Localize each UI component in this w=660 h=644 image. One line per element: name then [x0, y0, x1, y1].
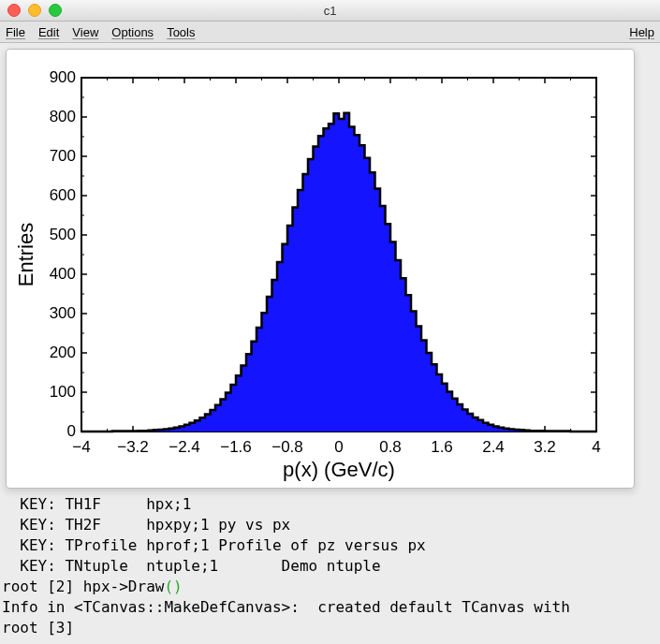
- ytick-label: 300: [50, 304, 76, 322]
- minimize-icon[interactable]: [28, 4, 41, 17]
- menu-edit[interactable]: Edit: [38, 25, 59, 39]
- xtick-label: −2.4: [169, 438, 200, 456]
- histogram-fill: [81, 113, 596, 432]
- ytick-label: 600: [50, 186, 76, 204]
- terminal-line: KEY: TNtuple ntuple;1 Demo ntuple: [2, 556, 658, 577]
- terminal-line: root [2] hpx->Draw(): [2, 577, 658, 597]
- xtick-label: 3.2: [534, 438, 556, 456]
- window-titlebar: c1: [0, 0, 660, 22]
- histogram-chart: 0100200300400500600700800900−4−3.2−2.4−1…: [7, 50, 634, 488]
- draw-paren: (): [164, 578, 182, 595]
- xtick-label: 4: [592, 438, 600, 456]
- menu-help[interactable]: Help: [629, 25, 654, 39]
- ytick-label: 900: [50, 68, 76, 86]
- xtick-label: 2.4: [482, 438, 505, 456]
- ytick-label: 700: [50, 147, 76, 165]
- menu-view[interactable]: View: [72, 25, 98, 39]
- xlabel: p(x) (GeV/c): [283, 458, 395, 481]
- xtick-label: −4: [72, 438, 90, 456]
- ylabel: Entries: [14, 223, 37, 286]
- terminal-line: KEY: TH2F hpxpy;1 py vs px: [2, 515, 658, 535]
- menu-file[interactable]: File: [6, 25, 25, 39]
- menu-tools[interactable]: Tools: [167, 25, 195, 39]
- zoom-icon[interactable]: [49, 4, 62, 17]
- ytick-label: 500: [50, 226, 76, 243]
- ytick-label: 400: [50, 265, 76, 283]
- terminal-output: KEY: TH1F hpx;1 KEY: TH2F hpxpy;1 py vs …: [2, 494, 658, 638]
- window-controls: [7, 4, 62, 17]
- ytick-label: 200: [50, 344, 76, 361]
- terminal-line: KEY: TH1F hpx;1: [2, 494, 658, 515]
- xtick-label: −3.2: [117, 438, 149, 456]
- menu-options[interactable]: Options: [111, 25, 154, 39]
- root-canvas[interactable]: 0100200300400500600700800900−4−3.2−2.4−1…: [6, 49, 635, 489]
- menubar: File Edit View Options Tools Help: [0, 22, 660, 43]
- terminal-line: KEY: TProfile hprof;1 Profile of pz vers…: [2, 535, 658, 556]
- ytick-label: 100: [50, 383, 76, 401]
- xtick-label: 0.8: [379, 438, 402, 456]
- xtick-label: 1.6: [431, 438, 453, 456]
- xtick-label: −1.6: [220, 438, 252, 456]
- xtick-label: −0.8: [271, 438, 303, 456]
- xtick-label: 0: [334, 438, 343, 456]
- terminal-line: Info in <TCanvas::MakeDefCanvas>: create…: [2, 597, 658, 618]
- terminal-line: root [3]: [2, 618, 658, 638]
- ytick-label: 800: [50, 108, 76, 125]
- close-icon[interactable]: [7, 4, 21, 17]
- window-title: c1: [324, 4, 337, 18]
